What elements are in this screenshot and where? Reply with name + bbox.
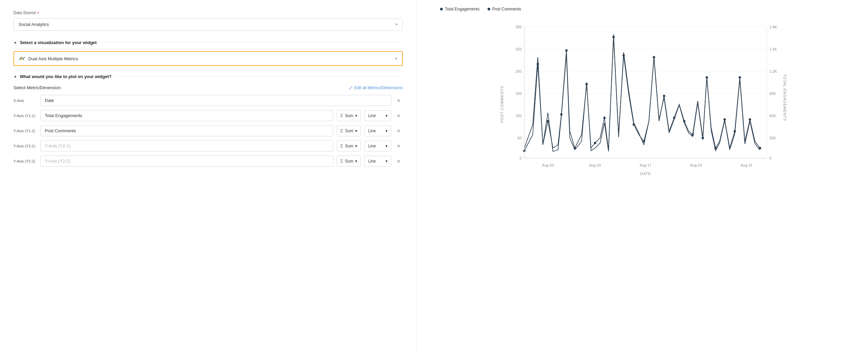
- sigma-icon-4: Σ: [340, 159, 343, 164]
- viz-section-header: ▼ Select a visualization for your widget: [13, 40, 403, 45]
- svg-rect-1: [21, 57, 22, 60]
- data-source-select[interactable]: Social Analytics ▾: [13, 18, 403, 31]
- y2-1-axis-row: Y-Axis (Y2-1) Σ Sum ▾ Line ▾ ✕: [13, 140, 403, 152]
- chevron-down-icon: ▾: [396, 22, 398, 27]
- y2-1-chart-type-select[interactable]: Line ▾: [364, 141, 391, 152]
- x-axis-row: X-Axis ✕: [13, 95, 403, 106]
- svg-text:50: 50: [518, 136, 522, 140]
- chart-legend: Total Engagements Post Comments: [440, 7, 858, 11]
- plot-section-label: What would you like to plot on your widg…: [20, 74, 112, 79]
- line-chevron-icon-4: ▾: [385, 159, 388, 164]
- svg-text:Aug 31: Aug 31: [741, 163, 752, 167]
- legend-label-engagements: Total Engagements: [445, 7, 479, 11]
- x-axis-remove-button[interactable]: ✕: [395, 97, 403, 104]
- y1-2-remove-button[interactable]: ✕: [395, 128, 403, 134]
- y1-1-chart-type-select[interactable]: Line ▾: [364, 110, 391, 121]
- svg-text:DATE: DATE: [640, 172, 651, 176]
- metric-dimension-label: Select Metric/Dimension: [13, 85, 61, 90]
- svg-text:1.8K: 1.8K: [770, 25, 777, 29]
- chart-svg: 300 250 200 150 100 50 0 1.8K 1.5K 1.2K …: [427, 17, 858, 178]
- required-indicator: •: [37, 10, 39, 15]
- x-axis-label: X-Axis: [13, 99, 37, 103]
- sigma-icon-3: Σ: [340, 143, 343, 149]
- legend-dot-engagements: [440, 8, 443, 10]
- svg-point-41: [603, 117, 606, 119]
- svg-point-40: [594, 142, 596, 144]
- data-source-label: Data Source •: [13, 10, 403, 15]
- plot-section-header: ▼ What would you like to plot on your wi…: [13, 74, 403, 79]
- svg-text:300: 300: [516, 25, 522, 29]
- plot-collapse-icon[interactable]: ▼: [13, 75, 17, 79]
- legend-dot-comments: [488, 8, 490, 10]
- x-axis-input[interactable]: [40, 95, 391, 106]
- y2-2-axis-input[interactable]: [40, 156, 333, 167]
- agg-chevron-icon-2: ▾: [355, 129, 357, 133]
- chart-area: 300 250 200 150 100 50 0 1.8K 1.5K 1.2K …: [427, 17, 858, 178]
- collapse-arrow-icon[interactable]: ▼: [13, 41, 17, 45]
- svg-text:1.5K: 1.5K: [770, 47, 777, 51]
- line-chevron-icon-2: ▾: [385, 129, 388, 133]
- line-chevron-icon-3: ▾: [385, 144, 388, 149]
- sigma-icon: Σ: [340, 113, 343, 118]
- legend-label-comments: Post Comments: [492, 7, 521, 11]
- svg-text:Aug 10: Aug 10: [589, 163, 601, 167]
- section-divider: [99, 42, 403, 43]
- svg-text:900: 900: [770, 92, 776, 96]
- legend-item-engagements: Total Engagements: [440, 7, 479, 11]
- y2-1-axis-input[interactable]: [40, 140, 333, 152]
- y1-2-axis-input[interactable]: [40, 125, 333, 136]
- data-source-section: Data Source • Social Analytics ▾: [13, 10, 403, 31]
- svg-text:Aug 03: Aug 03: [542, 163, 554, 167]
- svg-text:100: 100: [516, 114, 522, 118]
- y2-1-remove-button[interactable]: ✕: [395, 143, 403, 150]
- metric-header: Select Metric/Dimension Edit all Metrics…: [13, 85, 403, 90]
- svg-point-54: [723, 119, 726, 121]
- dual-axis-icon: [19, 55, 26, 62]
- y2-2-agg-select[interactable]: Σ Sum ▾: [337, 156, 361, 167]
- y1-1-agg-select[interactable]: Σ Sum ▾: [337, 110, 361, 121]
- y1-1-remove-button[interactable]: ✕: [395, 112, 403, 119]
- svg-point-37: [565, 50, 568, 52]
- viz-type-select[interactable]: Dual Axis Multiple Metrics ▾: [13, 51, 403, 66]
- y1-1-axis-input[interactable]: [40, 110, 333, 121]
- y1-2-agg-select[interactable]: Σ Sum ▾: [337, 125, 361, 136]
- svg-text:Aug 17: Aug 17: [640, 163, 651, 167]
- right-panel: Total Engagements Post Comments: [416, 0, 868, 354]
- y2-2-chart-type-select[interactable]: Line ▾: [364, 156, 391, 167]
- edit-metrics-link[interactable]: Edit all Metrics/Dimensions: [349, 86, 403, 90]
- viz-type-label: Dual Axis Multiple Metrics: [28, 56, 78, 61]
- agg-chevron-icon-3: ▾: [355, 144, 357, 149]
- plot-section-divider: [114, 76, 403, 77]
- legend-item-comments: Post Comments: [488, 7, 521, 11]
- data-source-value: Social Analytics: [19, 22, 49, 27]
- svg-text:TOTAL ENGAGEMENTS: TOTAL ENGAGEMENTS: [783, 74, 787, 121]
- svg-text:300: 300: [770, 136, 776, 140]
- svg-text:250: 250: [516, 47, 522, 51]
- viz-section-label: Select a visualization for your widget: [20, 40, 97, 45]
- y2-2-remove-button[interactable]: ✕: [395, 158, 403, 165]
- svg-text:200: 200: [516, 69, 522, 73]
- svg-text:POST COMMENTS: POST COMMENTS: [500, 86, 504, 123]
- line-chevron-icon: ▾: [385, 114, 388, 118]
- svg-text:600: 600: [770, 114, 776, 118]
- svg-text:Aug 24: Aug 24: [690, 163, 702, 167]
- y1-2-axis-label: Y-Axis (Y1-2): [13, 129, 37, 133]
- svg-point-56: [739, 76, 741, 79]
- viz-chevron-icon: ▾: [395, 57, 397, 61]
- svg-point-47: [663, 95, 665, 97]
- agg-chevron-icon-4: ▾: [355, 159, 357, 164]
- svg-point-57: [749, 119, 751, 121]
- agg-chevron-icon: ▾: [355, 114, 357, 118]
- y1-1-axis-row: Y-Axis (Y1-1) Σ Sum ▾ Line ▾ ✕: [13, 110, 403, 121]
- viz-label-row: Dual Axis Multiple Metrics: [19, 55, 78, 62]
- y2-2-axis-label: Y-Axis (Y2-2): [13, 159, 37, 163]
- y1-2-chart-type-select[interactable]: Line ▾: [364, 126, 391, 136]
- y1-1-axis-label: Y-Axis (Y1-1): [13, 114, 37, 118]
- y2-1-axis-label: Y-Axis (Y2-1): [13, 144, 37, 148]
- y2-1-agg-select[interactable]: Σ Sum ▾: [337, 140, 361, 152]
- svg-text:0: 0: [520, 156, 522, 160]
- sigma-icon-2: Σ: [340, 128, 343, 133]
- svg-text:1.2K: 1.2K: [770, 69, 777, 73]
- y2-2-axis-row: Y-Axis (Y2-2) Σ Sum ▾ Line ▾ ✕: [13, 156, 403, 167]
- left-panel: Data Source • Social Analytics ▾ ▼ Selec…: [0, 0, 416, 354]
